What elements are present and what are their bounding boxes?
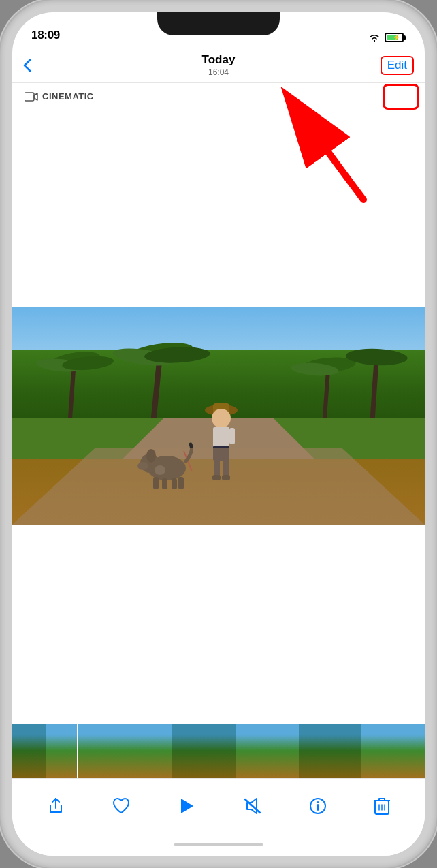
thumbnail-item[interactable] bbox=[172, 724, 236, 778]
road-overlay bbox=[12, 448, 425, 525]
scene bbox=[12, 307, 425, 525]
thumbnail-strip[interactable] bbox=[12, 724, 425, 778]
play-icon bbox=[178, 796, 195, 816]
cinematic-video-icon bbox=[25, 92, 38, 102]
thumb-scene bbox=[236, 724, 299, 778]
nav-title-group: Today 16:04 bbox=[202, 53, 236, 77]
battery-tip bbox=[404, 35, 406, 40]
thumbnail-item[interactable] bbox=[361, 724, 425, 778]
thumbnail-item[interactable] bbox=[299, 724, 362, 778]
thumbnail-item[interactable] bbox=[12, 724, 46, 778]
svg-rect-0 bbox=[25, 93, 34, 101]
battery-indicator: ⚡ bbox=[385, 33, 406, 42]
thumbnail-item[interactable] bbox=[46, 724, 110, 778]
cinematic-text: CINEMATIC bbox=[42, 91, 94, 102]
charging-icon: ⚡ bbox=[393, 34, 400, 41]
heart-icon bbox=[112, 797, 131, 815]
favorite-button[interactable] bbox=[106, 792, 136, 820]
status-time: 18:09 bbox=[31, 29, 60, 42]
thumb-scene bbox=[110, 724, 173, 778]
cinematic-label-row: CINEMATIC bbox=[12, 83, 425, 107]
mute-button[interactable] bbox=[238, 792, 268, 820]
svg-marker-37 bbox=[12, 448, 425, 525]
svg-rect-26 bbox=[229, 428, 235, 444]
edit-button[interactable]: Edit bbox=[381, 56, 414, 75]
svg-point-41 bbox=[317, 801, 319, 803]
photo-container[interactable] bbox=[12, 307, 425, 525]
play-button[interactable] bbox=[172, 791, 201, 821]
svg-point-19 bbox=[212, 409, 231, 428]
thumb-scene-dark bbox=[172, 724, 236, 778]
nav-subtitle: 16:04 bbox=[202, 67, 236, 77]
status-icons: ⚡ bbox=[368, 33, 406, 42]
thumbnail-item[interactable] bbox=[110, 724, 173, 778]
nav-title: Today bbox=[202, 53, 236, 67]
back-button[interactable] bbox=[23, 59, 31, 72]
share-icon bbox=[47, 797, 65, 815]
share-button[interactable] bbox=[42, 792, 70, 820]
delete-button[interactable] bbox=[368, 791, 395, 821]
info-icon bbox=[309, 797, 327, 815]
space-above-photo bbox=[12, 107, 425, 307]
thumb-scene-dark bbox=[299, 724, 362, 778]
thumbnail-item[interactable] bbox=[236, 724, 299, 778]
info-button[interactable] bbox=[304, 792, 332, 820]
toolbar bbox=[12, 778, 425, 833]
photo-image bbox=[12, 307, 425, 525]
phone-frame: 18:09 ⚡ bbox=[0, 0, 437, 868]
home-bar bbox=[174, 843, 263, 846]
playhead-marker bbox=[77, 724, 78, 778]
thumb-scene bbox=[361, 724, 425, 778]
space-below-photo bbox=[12, 525, 425, 724]
phone-screen: 18:09 ⚡ bbox=[12, 12, 425, 856]
navigation-header: Today 16:04 Edit bbox=[12, 48, 425, 83]
content-area: CINEMATIC bbox=[12, 83, 425, 724]
thumb-scene-dark bbox=[12, 724, 46, 778]
wifi-icon bbox=[368, 33, 381, 42]
notch bbox=[157, 12, 280, 35]
mute-icon bbox=[243, 797, 262, 815]
home-indicator bbox=[12, 833, 425, 856]
trash-icon bbox=[374, 796, 390, 816]
